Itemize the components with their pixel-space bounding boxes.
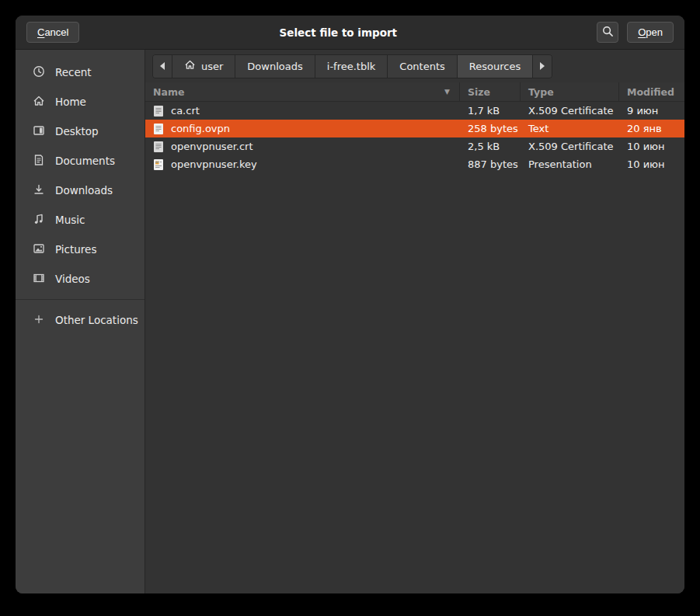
path-crumb-label: Contents — [399, 61, 444, 72]
path-back-button[interactable] — [153, 55, 172, 78]
header-bar: Cancel Select file to import Open — [16, 16, 684, 50]
file-modified: 10 июн — [619, 141, 684, 152]
file-name: openvpnuser.crt — [171, 141, 253, 152]
sidebar-item-label: Documents — [55, 155, 115, 167]
path-bar: user Downloads i-free.tblk Contents Reso… — [145, 50, 684, 82]
file-name: openvpnuser.key — [171, 158, 257, 170]
chevron-right-icon — [539, 61, 545, 72]
text-file-icon — [153, 141, 165, 153]
path-crumb-label: Downloads — [247, 61, 302, 72]
path-crumb-contents[interactable]: Contents — [388, 55, 457, 78]
file-list: ca.crt 1,7 kB X.509 Certificate 9 июн co… — [145, 102, 684, 593]
file-name: config.ovpn — [171, 123, 230, 134]
sidebar-item-recent[interactable]: Recent — [16, 57, 145, 87]
path-forward-button[interactable] — [533, 55, 552, 78]
file-size: 2,5 kB — [460, 141, 521, 152]
file-size: 887 bytes — [460, 158, 521, 170]
sidebar-item-label: Downloads — [55, 184, 113, 197]
plus-icon — [33, 313, 45, 328]
file-chooser-dialog: Cancel Select file to import Open Recent… — [16, 16, 684, 593]
column-header-size[interactable]: Size — [460, 82, 521, 101]
column-header-type[interactable]: Type — [521, 82, 619, 101]
file-name: ca.crt — [171, 105, 200, 117]
videos-icon — [33, 272, 45, 287]
home-icon — [33, 95, 45, 110]
file-size: 1,7 kB — [460, 105, 521, 117]
file-type: Text — [521, 123, 619, 134]
music-icon — [33, 213, 45, 228]
sidebar-item-label: Pictures — [55, 243, 96, 256]
table-row[interactable]: openvpnuser.crt 2,5 kB X.509 Certificate… — [145, 137, 684, 155]
path-crumb-downloads[interactable]: Downloads — [235, 55, 315, 78]
path-crumb-label: Resources — [469, 61, 521, 72]
downloads-icon — [33, 183, 45, 198]
table-row[interactable]: openvpnuser.key 887 bytes Presentation 1… — [145, 155, 684, 173]
documents-icon — [33, 154, 45, 169]
file-size: 258 bytes — [460, 123, 521, 134]
file-modified: 10 июн — [619, 158, 684, 170]
file-type: Presentation — [521, 158, 619, 170]
sidebar-item-documents[interactable]: Documents — [16, 146, 145, 176]
sidebar-item-label: Music — [55, 214, 85, 226]
presentation-file-icon — [153, 158, 165, 171]
open-button[interactable]: Open — [627, 22, 674, 43]
sidebar-item-music[interactable]: Music — [16, 205, 145, 235]
column-label: Size — [468, 86, 490, 98]
column-label: Type — [528, 86, 554, 98]
chevron-left-icon — [159, 61, 165, 72]
file-type: X.509 Certificate — [521, 141, 619, 152]
table-row-selected[interactable]: config.ovpn 258 bytes Text 20 янв — [145, 120, 684, 137]
pictures-icon — [33, 242, 45, 257]
file-type: X.509 Certificate — [521, 105, 619, 117]
cancel-button[interactable]: Cancel — [26, 22, 79, 43]
column-header-modified[interactable]: Modified — [619, 82, 684, 101]
column-header-name[interactable]: Name ▼ — [145, 82, 460, 101]
sidebar-separator — [16, 299, 145, 300]
path-crumb-label: user — [201, 61, 223, 72]
file-modified: 20 янв — [619, 123, 684, 134]
sidebar-item-pictures[interactable]: Pictures — [16, 235, 145, 264]
sidebar-item-videos[interactable]: Videos — [16, 264, 145, 294]
search-button[interactable] — [597, 22, 618, 43]
search-icon — [602, 26, 614, 40]
file-modified: 9 июн — [619, 105, 684, 117]
path-crumb-i-free-tblk[interactable]: i-free.tblk — [315, 55, 388, 78]
text-file-icon — [153, 123, 165, 135]
file-browser-main: user Downloads i-free.tblk Contents Reso… — [145, 50, 684, 593]
sidebar-item-downloads[interactable]: Downloads — [16, 176, 145, 205]
sidebar-item-label: Desktop — [55, 125, 99, 137]
places-sidebar: Recent Home Desktop Documents Downloads … — [16, 50, 145, 593]
text-file-icon — [153, 105, 165, 117]
dialog-title: Select file to import — [79, 26, 597, 39]
sidebar-item-other-locations[interactable]: Other Locations — [16, 305, 145, 335]
sort-descending-icon: ▼ — [444, 88, 451, 96]
sidebar-item-label: Videos — [55, 273, 90, 285]
sidebar-item-home[interactable]: Home — [16, 87, 145, 117]
table-header: Name ▼ Size Type Modified — [145, 82, 684, 102]
recent-icon — [33, 65, 45, 80]
sidebar-item-label: Home — [55, 96, 86, 108]
column-label: Name — [153, 86, 184, 98]
column-label: Modified — [627, 86, 674, 98]
home-icon — [184, 59, 196, 73]
sidebar-item-label: Recent — [55, 66, 92, 78]
table-row[interactable]: ca.crt 1,7 kB X.509 Certificate 9 июн — [145, 102, 684, 120]
path-crumb-label: i-free.tblk — [327, 61, 376, 72]
path-crumb-user[interactable]: user — [172, 55, 235, 78]
sidebar-item-desktop[interactable]: Desktop — [16, 117, 145, 146]
desktop-icon — [33, 124, 45, 139]
sidebar-item-label: Other Locations — [55, 314, 138, 326]
path-crumb-resources[interactable]: Resources — [458, 55, 533, 78]
